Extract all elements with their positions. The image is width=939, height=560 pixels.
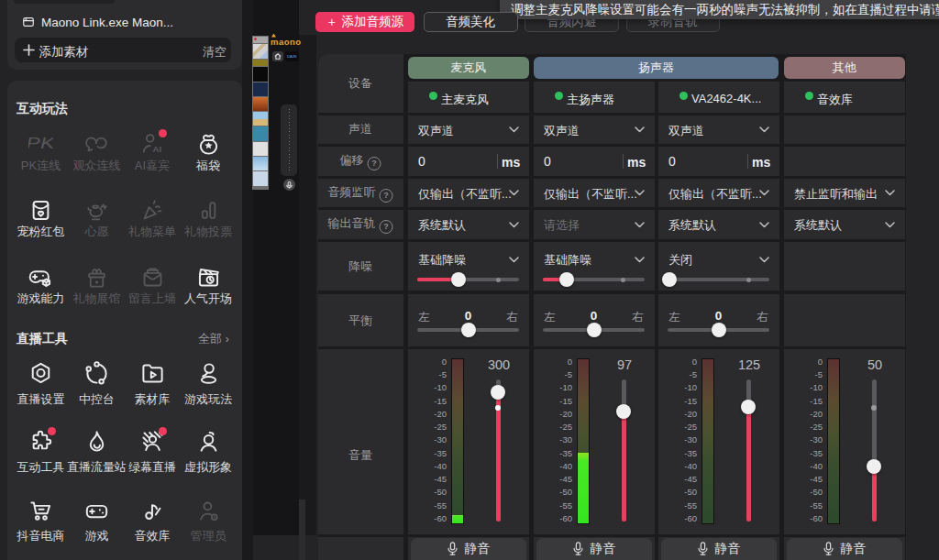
svg-text:PK: PK — [28, 134, 53, 151]
svg-text:AI: AI — [152, 144, 161, 154]
